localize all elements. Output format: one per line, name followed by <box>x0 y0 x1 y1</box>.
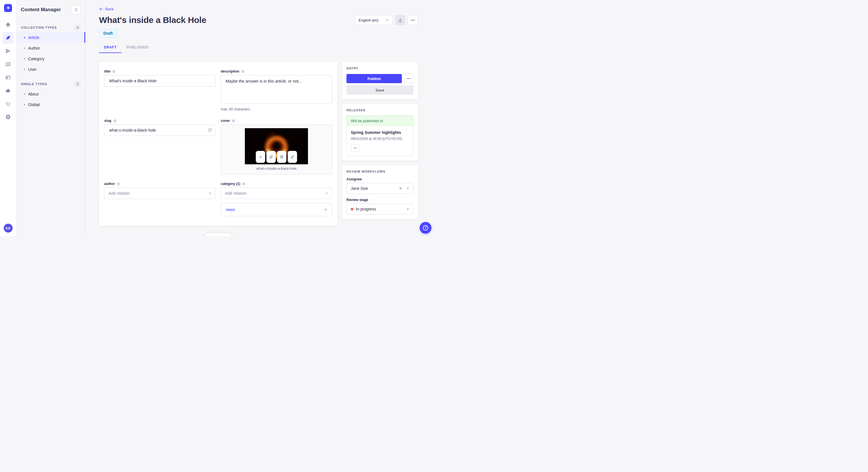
review-stage-combobox[interactable]: In progress <box>346 204 413 214</box>
globe-icon <box>241 70 245 73</box>
help-button[interactable]: ? <box>420 222 431 234</box>
app-window: KD Content Manager COLLECTION TYPES 4 Ar… <box>0 0 434 236</box>
status-badge: Draft <box>99 29 117 38</box>
cover-filename: what-s-inside-a-black-hole <box>256 167 297 171</box>
sidebar-item-about[interactable]: About <box>17 89 85 99</box>
field-category: category (1) Add relation news <box>221 182 332 216</box>
globe-icon <box>117 182 120 186</box>
sidebar-item-user[interactable]: User <box>17 64 85 74</box>
cloud-icon[interactable] <box>2 85 14 96</box>
description-hint: max. 80 characters <box>221 107 332 111</box>
arrow-left-icon <box>99 7 103 11</box>
category-relation-item: news <box>221 203 332 216</box>
review-stage-value: In progress <box>356 207 376 211</box>
home-icon[interactable] <box>2 19 14 30</box>
cover-copy-link-button[interactable] <box>267 151 276 163</box>
search-button[interactable] <box>71 5 81 14</box>
slug-field-label: slug <box>104 119 112 123</box>
header-more-button[interactable] <box>408 15 418 25</box>
content-type-builder-layout-icon[interactable] <box>2 72 14 83</box>
sidebar-item-article[interactable]: Article <box>17 32 85 43</box>
back-link[interactable]: Back <box>99 7 114 11</box>
section-label-collection-types: COLLECTION TYPES <box>21 26 57 29</box>
chevron-down-icon <box>406 207 410 211</box>
entry-panel: ENTRY Publish Save <box>342 62 418 99</box>
relation-link-news[interactable]: news <box>226 207 235 212</box>
publish-button[interactable]: Publish <box>346 74 402 83</box>
category-placeholder: Add relation <box>225 191 247 196</box>
field-author: author Add relation <box>104 182 216 216</box>
sidebar-item-label: Article <box>28 35 39 40</box>
regenerate-slug-icon[interactable] <box>208 128 212 133</box>
download-icon <box>398 18 403 23</box>
title-input[interactable] <box>104 75 216 87</box>
releases-panel-heading: RELEASES <box>346 108 413 112</box>
rail-nav <box>2 19 14 123</box>
locale-selected-value: English (en) <box>359 18 378 22</box>
tab-published[interactable]: PUBLISHED <box>122 44 154 53</box>
version-tabs: DRAFT PUBLISHED <box>99 44 418 53</box>
globe-icon <box>113 119 117 123</box>
paper-plane-icon[interactable] <box>2 45 14 57</box>
bullet-icon <box>24 104 25 105</box>
sidebar-item-category[interactable]: Category <box>17 53 85 64</box>
remove-relation-icon[interactable] <box>324 208 328 212</box>
category-relation-combobox[interactable]: Add relation <box>221 188 332 199</box>
cover-delete-button[interactable] <box>277 151 286 163</box>
slug-input[interactable] <box>104 125 216 136</box>
field-cover: cover <box>221 119 332 174</box>
content-manager-subnav: Content Manager COLLECTION TYPES 4 Artic… <box>17 0 86 236</box>
floating-toolbar-edge[interactable] <box>205 233 232 236</box>
media-library-images-icon[interactable] <box>2 59 14 70</box>
globe-icon <box>242 182 246 186</box>
sidebar-item-label: Author <box>28 46 40 50</box>
clear-assignee-icon[interactable] <box>399 187 403 191</box>
main-nav-rail: KD <box>0 0 17 236</box>
locale-select[interactable]: English (en) <box>355 15 393 25</box>
title-field-label: title <box>104 69 110 73</box>
ellipsis-icon <box>410 18 415 23</box>
user-avatar[interactable]: KD <box>4 224 12 233</box>
sidebar-item-label: User <box>28 67 37 72</box>
release-status-text: Will be published in <box>347 115 413 126</box>
cover-edit-button[interactable] <box>288 151 297 163</box>
release-name[interactable]: Spring Summer highlights <box>351 130 409 135</box>
settings-gear-icon[interactable] <box>2 111 14 123</box>
category-field-label: category (1) <box>221 182 240 186</box>
ellipsis-icon <box>353 146 357 150</box>
strapi-logo-glyph <box>5 5 11 11</box>
assignee-value: Jane Doe <box>351 186 399 191</box>
tab-draft[interactable]: DRAFT <box>99 44 122 53</box>
entry-panel-heading: ENTRY <box>346 67 413 70</box>
bullet-icon <box>24 58 25 59</box>
bullet-icon <box>24 69 25 70</box>
right-sidebar: ENTRY Publish Save RELEASES Will be publ… <box>342 62 418 219</box>
bullet-icon <box>24 37 25 38</box>
entry-more-button[interactable] <box>404 74 413 83</box>
collection-types-count-badge: 4 <box>74 25 81 30</box>
content-manager-feather-icon[interactable] <box>2 32 14 43</box>
chevron-down-icon <box>324 191 329 196</box>
field-description: description max. 80 characters <box>221 69 332 111</box>
marketplace-cart-icon[interactable] <box>2 98 14 109</box>
cover-media-box: what-s-inside-a-black-hole <box>221 125 332 174</box>
sidebar-item-label: Global <box>28 102 40 107</box>
chevron-down-icon <box>406 186 410 191</box>
cover-add-button[interactable] <box>256 151 265 163</box>
save-button[interactable]: Save <box>346 86 413 95</box>
description-textarea[interactable] <box>221 75 332 104</box>
export-download-button[interactable] <box>395 15 405 25</box>
releases-panel: RELEASES Will be published in Spring Sum… <box>342 104 418 161</box>
sidebar-item-label: About <box>28 92 39 96</box>
stage-status-dot <box>351 208 353 210</box>
strapi-logo[interactable] <box>4 4 12 12</box>
sidebar-item-global[interactable]: Global <box>17 99 85 110</box>
question-mark-icon: ? <box>423 225 428 231</box>
section-label-single-types: SINGLE TYPES <box>21 82 47 86</box>
assignee-combobox[interactable]: Jane Doe <box>346 183 413 194</box>
sidebar-item-author[interactable]: Author <box>17 43 85 53</box>
author-relation-combobox[interactable]: Add relation <box>104 188 216 199</box>
release-more-button[interactable] <box>351 144 360 152</box>
cover-field-label: cover <box>221 119 230 123</box>
main-content: Back What's inside a Black Hole English … <box>86 0 434 236</box>
